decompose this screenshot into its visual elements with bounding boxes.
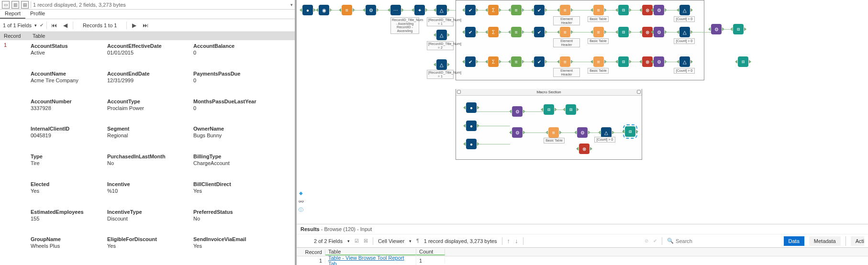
workflow-tool[interactable]: ● bbox=[466, 121, 477, 131]
results-row[interactable]: 1 Table - View Browse Tool Report Tab 1 bbox=[297, 256, 868, 265]
sort-down-icon[interactable]: ↓ bbox=[515, 237, 518, 244]
workflow-tool[interactable]: ⧈ bbox=[733, 24, 744, 34]
rt-col-count[interactable]: Count bbox=[416, 249, 445, 255]
workflow-tool[interactable]: ⧈ bbox=[544, 104, 554, 115]
workflow-tool[interactable]: ✔ bbox=[465, 27, 476, 37]
sort-up-icon[interactable]: ↑ bbox=[507, 237, 511, 244]
field-value: %10 bbox=[107, 188, 189, 194]
workflow-tool[interactable]: ⊗ bbox=[579, 144, 590, 154]
workflow-tool[interactable]: ⚙ bbox=[654, 56, 664, 67]
workflow-tool[interactable]: ⧈ bbox=[618, 56, 629, 67]
workflow-tool[interactable]: ● bbox=[302, 5, 313, 15]
results-title-bar: Results - Browse (120) - Input bbox=[297, 224, 868, 234]
field-label: AccountStatus bbox=[31, 43, 103, 49]
workflow-tool[interactable]: ≡ bbox=[511, 56, 522, 67]
tool-container[interactable]: Macro Section bbox=[456, 89, 642, 160]
check-icon[interactable]: ✔ bbox=[40, 22, 44, 28]
workflow-tool[interactable]: △ bbox=[679, 27, 690, 37]
workflow-tool[interactable]: ≡ bbox=[560, 56, 570, 67]
checkbox-icon[interactable]: ☑ bbox=[355, 238, 359, 243]
workflow-tool[interactable]: Σ bbox=[488, 56, 499, 67]
cancel-icon[interactable]: ⊘ bbox=[645, 238, 648, 243]
workflow-tool[interactable]: Σ bbox=[488, 27, 499, 37]
field-value: Yes bbox=[193, 243, 276, 249]
nav-prev[interactable]: ◀ bbox=[61, 21, 70, 30]
tab-report[interactable]: Report bbox=[0, 10, 25, 19]
workflow-tool[interactable]: ⋯ bbox=[390, 5, 401, 15]
workflow-tool[interactable]: ≡ bbox=[342, 5, 352, 15]
rt-cell-table[interactable]: Table - View Browse Tool Report Tab bbox=[325, 255, 416, 265]
tab-profile[interactable]: Profile bbox=[25, 10, 50, 19]
view-mode-3[interactable]: ▤ bbox=[21, 1, 29, 9]
side-icon-2[interactable]: 👓 bbox=[298, 198, 304, 205]
results-tab-metadata[interactable]: Metadata bbox=[809, 236, 841, 246]
workflow-tool[interactable]: ≡ bbox=[548, 127, 559, 138]
nav-next[interactable]: ▶ bbox=[130, 21, 138, 30]
workflow-tool[interactable]: ≡ bbox=[560, 27, 570, 37]
workflow-canvas[interactable]: Macro Section●◉≡⚙⋯✦△✔Σ≡✔≡≡⧈⊗⚙△Element He… bbox=[297, 0, 868, 224]
rt-col-table[interactable]: Table bbox=[325, 249, 416, 255]
workflow-tool[interactable]: ● bbox=[466, 139, 477, 149]
container-pin-right[interactable] bbox=[637, 90, 641, 94]
workflow-tool[interactable]: ≡ bbox=[593, 5, 604, 15]
clear-icon[interactable]: ☒ bbox=[364, 238, 368, 243]
container-pin-left[interactable] bbox=[457, 90, 461, 94]
workflow-tool[interactable]: △ bbox=[436, 59, 447, 70]
workflow-tool[interactable]: ⧈ bbox=[566, 104, 576, 115]
workflow-tool[interactable]: ✔ bbox=[534, 56, 545, 67]
workflow-tool[interactable]: △ bbox=[601, 127, 612, 138]
nav-first[interactable]: ⏮ bbox=[50, 21, 58, 30]
workflow-tool[interactable]: △ bbox=[679, 5, 690, 15]
results-tab-data[interactable]: Data bbox=[784, 236, 804, 246]
workflow-tool[interactable]: ✔ bbox=[534, 5, 545, 15]
cell-viewer-label[interactable]: Cell Viewer bbox=[378, 238, 404, 244]
workflow-tool[interactable]: ✔ bbox=[534, 27, 545, 37]
workflow-tool[interactable]: Σ bbox=[488, 5, 499, 15]
workflow-tool[interactable]: ≡ bbox=[593, 56, 604, 67]
workflow-tool[interactable]: ⧈ bbox=[625, 126, 635, 137]
fields-dropdown-icon[interactable]: ▾ bbox=[34, 23, 37, 28]
workflow-tool[interactable]: ● bbox=[466, 102, 477, 113]
connection-wire bbox=[523, 111, 544, 112]
apply-icon[interactable]: ✔ bbox=[653, 238, 657, 243]
workflow-tool[interactable]: ≡ bbox=[560, 5, 570, 15]
workflow-tool[interactable]: △ bbox=[436, 30, 447, 40]
workflow-tool[interactable]: ⚙ bbox=[711, 24, 722, 34]
workflow-tool[interactable]: △ bbox=[679, 56, 690, 67]
workflow-tool[interactable]: ⧈ bbox=[738, 56, 748, 67]
workflow-tool[interactable]: ◉ bbox=[319, 5, 329, 15]
field-AccountStatus: AccountStatusActive bbox=[29, 42, 105, 70]
workflow-tool[interactable]: ⚙ bbox=[654, 5, 664, 15]
connection-wire bbox=[554, 110, 566, 110]
view-mode-2[interactable]: ▥ bbox=[11, 1, 19, 9]
side-icon-1[interactable]: ◆ bbox=[298, 189, 304, 196]
field-label: Elected bbox=[31, 181, 103, 187]
workflow-tool[interactable]: ⧈ bbox=[618, 27, 629, 37]
workflow-tool[interactable]: ✔ bbox=[465, 56, 476, 67]
cell-viewer-dropdown[interactable]: ▾ bbox=[409, 239, 412, 243]
workflow-tool[interactable]: ✔ bbox=[465, 5, 476, 15]
results-tab-actions[interactable]: Acti bbox=[851, 236, 864, 246]
paragraph-icon[interactable]: ¶ bbox=[416, 238, 419, 243]
field-label: PaymentsPassDue bbox=[193, 71, 276, 77]
nav-last[interactable]: ⏭ bbox=[141, 21, 150, 30]
search-input[interactable] bbox=[676, 238, 733, 244]
workflow-tool[interactable]: ⚙ bbox=[366, 5, 376, 15]
workflow-tool[interactable]: ⚙ bbox=[577, 127, 588, 138]
connection-wire bbox=[690, 32, 711, 33]
rt-col-record[interactable]: Record bbox=[297, 249, 325, 255]
workflow-tool[interactable]: ✦ bbox=[414, 5, 425, 15]
workflow-tool[interactable]: ≡ bbox=[511, 5, 522, 15]
view-mode-1[interactable]: ▭ bbox=[2, 1, 10, 9]
workflow-tool[interactable]: ≡ bbox=[593, 27, 604, 37]
results-fields-dropdown[interactable]: ▾ bbox=[347, 239, 350, 243]
workflow-tool[interactable]: △ bbox=[436, 5, 447, 15]
workflow-tool[interactable]: ⚙ bbox=[512, 106, 523, 117]
panel-menu-icon[interactable]: ▾ bbox=[290, 2, 293, 7]
workflow-tool[interactable]: ⚙ bbox=[512, 127, 523, 138]
workflow-tool[interactable]: ≡ bbox=[511, 27, 522, 37]
workflow-tool[interactable]: ⧈ bbox=[618, 5, 629, 15]
tool-annotation: Element Header bbox=[553, 38, 580, 47]
workflow-tool[interactable]: ⚙ bbox=[654, 27, 664, 37]
side-icon-3[interactable]: ⓘ bbox=[298, 207, 304, 213]
